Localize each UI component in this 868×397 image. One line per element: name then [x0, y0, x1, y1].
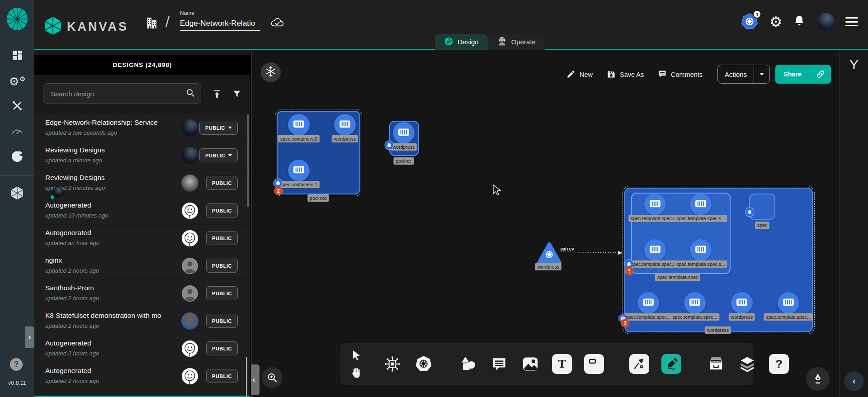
design-list-item[interactable]: Autogenerated updated 2 hours ago PUBLIC — [34, 335, 250, 362]
settings-gear-icon[interactable]: ⚙ — [769, 15, 782, 29]
design-list-item[interactable]: Autogenerated updated 2 hours ago PUBLIC — [34, 363, 250, 390]
actions-dropdown-button[interactable] — [754, 73, 769, 76]
container-node[interactable] — [644, 239, 666, 261]
share-button[interactable]: Share — [775, 65, 831, 84]
visibility-badge[interactable]: PUBLIC — [206, 369, 238, 383]
whiteboard-pen-button[interactable] — [806, 367, 830, 391]
visibility-badge[interactable]: PUBLIC — [206, 341, 238, 355]
kanvas-logo[interactable]: KANVAS — [44, 16, 128, 37]
container-node[interactable] — [778, 292, 799, 314]
new-button[interactable]: New — [566, 66, 593, 83]
container-node[interactable] — [690, 194, 712, 215]
container-node[interactable] — [684, 292, 706, 314]
design-owner-avatar[interactable] — [181, 257, 198, 274]
design-list-item[interactable]: Santhosh-Prom updated 2 hours ago PUBLIC — [34, 280, 250, 307]
alert-badge-icon[interactable] — [625, 267, 634, 275]
sidebar-item-meshery[interactable] — [8, 185, 26, 203]
container-node[interactable] — [644, 194, 666, 215]
meshery-logo-icon[interactable] — [6, 7, 28, 33]
list-scrollbar-lower[interactable] — [246, 357, 247, 396]
tool-image[interactable] — [521, 354, 540, 373]
tool-components[interactable] — [383, 354, 402, 373]
tab-design[interactable]: Design — [435, 34, 488, 50]
error-count-badge[interactable]: 3 — [621, 319, 630, 327]
tool-freehand-draw[interactable] — [661, 354, 681, 374]
copy-link-button[interactable] — [810, 69, 831, 79]
tool-drawer[interactable] — [707, 354, 726, 373]
visibility-badge[interactable]: PUBLIC — [206, 314, 238, 328]
tool-layers[interactable] — [738, 354, 757, 373]
zoom-in-button[interactable] — [262, 367, 283, 388]
tool-kubernetes[interactable] — [414, 354, 433, 373]
container-node[interactable] — [731, 292, 753, 314]
error-count-badge[interactable]: 2 — [274, 187, 283, 195]
container-node[interactable] — [393, 122, 415, 144]
design-owner-avatar[interactable] — [181, 202, 198, 219]
search-input[interactable] — [51, 90, 185, 98]
tool-comment[interactable] — [490, 354, 509, 373]
pod-badge-icon[interactable] — [385, 141, 394, 150]
tool-shapes[interactable] — [458, 354, 477, 373]
tool-pan[interactable] — [347, 366, 366, 379]
container-node[interactable] — [288, 160, 310, 181]
user-avatar[interactable] — [816, 13, 835, 31]
notifications-bell-icon[interactable] — [793, 14, 806, 29]
filter-designs-button[interactable] — [231, 88, 243, 100]
visibility-badge[interactable]: PUBLIC — [206, 286, 238, 300]
design-owner-avatar[interactable] — [181, 175, 198, 192]
design-list-item[interactable]: K8 Statefulset demonstration with mo upd… — [34, 307, 250, 335]
container-node[interactable] — [690, 239, 712, 261]
tool-text[interactable]: T — [552, 354, 572, 374]
help-button[interactable]: ? — [10, 358, 23, 371]
design-owner-avatar[interactable] — [181, 340, 198, 357]
design-owner-avatar[interactable] — [181, 230, 198, 247]
actions-button[interactable]: Actions — [717, 65, 770, 84]
container-node[interactable] — [637, 292, 659, 314]
tab-operate[interactable]: Operate — [488, 34, 545, 50]
design-list-item[interactable]: Reviewing Designs updated a minute ago P… — [34, 142, 250, 169]
pod-badge-icon[interactable] — [745, 208, 755, 217]
design-owner-avatar[interactable] — [181, 368, 198, 385]
question-icon: ? — [14, 360, 19, 369]
design-owner-avatar[interactable] — [181, 119, 198, 137]
design-list-item[interactable]: Reviewing Designs updated 2 minutes ago … — [34, 170, 250, 197]
design-owner-avatar[interactable] — [181, 147, 198, 164]
dock-collapse-button[interactable]: ‹ — [844, 371, 864, 391]
visibility-badge[interactable]: PUBLIC — [206, 176, 238, 190]
spec-node[interactable] — [749, 194, 775, 220]
comments-button[interactable]: Comments — [658, 66, 703, 83]
tool-select[interactable] — [347, 349, 366, 362]
visibility-badge[interactable]: PUBLIC — [206, 231, 238, 245]
design-list-item[interactable]: Autogenerated updated 10 minutes ago PUB… — [34, 197, 250, 224]
menu-hamburger-icon[interactable] — [845, 17, 858, 27]
list-scrollbar[interactable] — [247, 114, 249, 207]
sidebar-item-lifecycle[interactable]: ⚙⚙ — [8, 72, 26, 90]
container-node[interactable] — [334, 114, 356, 136]
design-owner-avatar[interactable] — [181, 312, 198, 330]
sidebar-item-configuration[interactable] — [8, 98, 26, 116]
visibility-badge[interactable]: PUBLIC — [206, 259, 238, 273]
save-as-button[interactable]: Save As — [607, 66, 644, 83]
sidebar-expand-button[interactable]: › — [25, 326, 34, 348]
sidebar-item-performance[interactable] — [8, 123, 26, 141]
import-design-button[interactable] — [211, 88, 223, 100]
design-owner-avatar[interactable] — [181, 285, 198, 302]
organization-icon[interactable] — [146, 16, 158, 32]
versions-icon[interactable]: Y — [840, 57, 868, 72]
sidebar-item-kanvas[interactable] — [8, 148, 26, 166]
service-triangle-node[interactable] — [536, 242, 562, 265]
visibility-badge[interactable]: PUBLIC — [199, 148, 238, 162]
kubernetes-context-icon[interactable]: 1 — [741, 13, 759, 31]
tool-note[interactable] — [584, 354, 604, 374]
visibility-badge[interactable]: PUBLIC — [199, 121, 238, 135]
visibility-badge[interactable]: PUBLIC — [206, 203, 238, 217]
magnifier-plus-icon — [266, 372, 278, 383]
design-list-item[interactable]: nginx updated 2 hours ago PUBLIC — [34, 252, 250, 279]
name-input[interactable] — [180, 18, 260, 31]
design-list-item[interactable]: Edge-Network-Relationship: Service updat… — [34, 114, 250, 142]
design-list-item[interactable]: Autogenerated updated an hour ago PUBLIC — [34, 225, 250, 252]
container-node[interactable] — [288, 114, 310, 136]
tool-help[interactable]: ? — [769, 354, 789, 374]
tool-edge-pen[interactable] — [629, 354, 649, 374]
sidebar-item-dashboard[interactable] — [8, 47, 26, 65]
